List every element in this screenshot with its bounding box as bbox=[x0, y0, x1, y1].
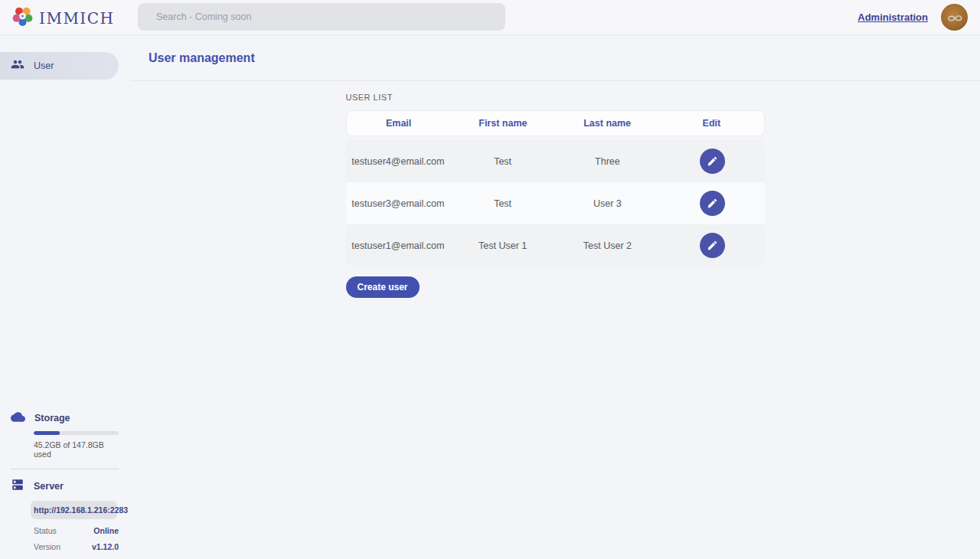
column-header-first-name: First name bbox=[451, 118, 555, 129]
create-user-button[interactable]: Create user bbox=[346, 276, 420, 298]
divider bbox=[11, 469, 119, 469]
storage-progressbar bbox=[34, 431, 119, 435]
column-header-edit: Edit bbox=[659, 118, 763, 129]
table-row: testuser1@email.com Test User 1 Test Use… bbox=[346, 224, 765, 266]
cloud-icon bbox=[11, 410, 25, 427]
storage-usage-text: 45.2GB of 147.8GB used bbox=[34, 440, 119, 459]
server-section-header: Server bbox=[0, 479, 130, 494]
version-value: v1.12.0 bbox=[92, 542, 119, 551]
cell-first-name: Test User 1 bbox=[450, 240, 555, 251]
table-header: Email First name Last name Edit bbox=[346, 110, 765, 136]
pencil-icon bbox=[707, 155, 718, 167]
pencil-icon bbox=[707, 240, 718, 251]
user-avatar[interactable] bbox=[941, 4, 968, 31]
cell-email: testuser1@email.com bbox=[346, 240, 451, 251]
cell-last-name: Three bbox=[555, 156, 660, 167]
glasses-icon bbox=[945, 8, 965, 28]
title-bar: User management bbox=[130, 35, 980, 81]
app-name: IMMICH bbox=[39, 9, 115, 28]
cell-first-name: Test bbox=[450, 156, 555, 167]
cell-email: testuser3@email.com bbox=[346, 198, 451, 209]
edit-user-button[interactable] bbox=[700, 233, 725, 258]
page-title: User management bbox=[149, 51, 255, 65]
sidebar: User Storage 45.2GB of 147.8GB used Serv… bbox=[0, 35, 130, 559]
cell-last-name: Test User 2 bbox=[555, 240, 660, 251]
status-label: Status bbox=[34, 526, 57, 535]
storage-section-header: Storage bbox=[0, 410, 130, 426]
user-list-section: USER LIST Email First name Last name Edi… bbox=[346, 93, 765, 298]
table-row: testuser4@email.com Test Three bbox=[346, 140, 765, 182]
server-version-row: Version v1.12.0 bbox=[34, 542, 119, 551]
search-input[interactable] bbox=[138, 3, 505, 31]
cell-last-name: User 3 bbox=[555, 198, 660, 209]
server-url-badge: http://192.168.1.216:2283 bbox=[31, 501, 117, 519]
server-title: Server bbox=[34, 481, 64, 492]
edit-user-button[interactable] bbox=[700, 191, 725, 216]
users-icon bbox=[11, 57, 24, 74]
column-header-last-name: Last name bbox=[555, 118, 659, 129]
sidebar-status-panel: Storage 45.2GB of 147.8GB used Server ht… bbox=[0, 410, 130, 551]
main-area: User management USER LIST Email First na… bbox=[130, 35, 980, 559]
cell-email: testuser4@email.com bbox=[346, 156, 451, 167]
cell-first-name: Test bbox=[450, 198, 555, 209]
immich-flower-icon bbox=[12, 6, 33, 30]
app-logo: IMMICH bbox=[12, 6, 115, 30]
edit-user-button[interactable] bbox=[700, 149, 725, 174]
table-body: testuser4@email.com Test Three testuser3… bbox=[346, 140, 765, 266]
server-status-row: Status Online bbox=[34, 526, 119, 535]
table-row: testuser3@email.com Test User 3 bbox=[346, 182, 765, 224]
sidebar-item-user[interactable]: User bbox=[0, 52, 119, 80]
storage-progress-fill bbox=[34, 431, 60, 435]
column-header-email: Email bbox=[347, 118, 451, 129]
version-label: Version bbox=[34, 542, 60, 551]
storage-title: Storage bbox=[34, 413, 70, 423]
administration-link[interactable]: Administration bbox=[858, 11, 928, 23]
status-value: Online bbox=[93, 526, 119, 535]
pencil-icon bbox=[707, 198, 718, 209]
top-bar: IMMICH Administration bbox=[0, 0, 980, 35]
sidebar-item-label: User bbox=[34, 60, 54, 71]
server-icon bbox=[11, 478, 24, 495]
user-list-label: USER LIST bbox=[346, 93, 765, 102]
